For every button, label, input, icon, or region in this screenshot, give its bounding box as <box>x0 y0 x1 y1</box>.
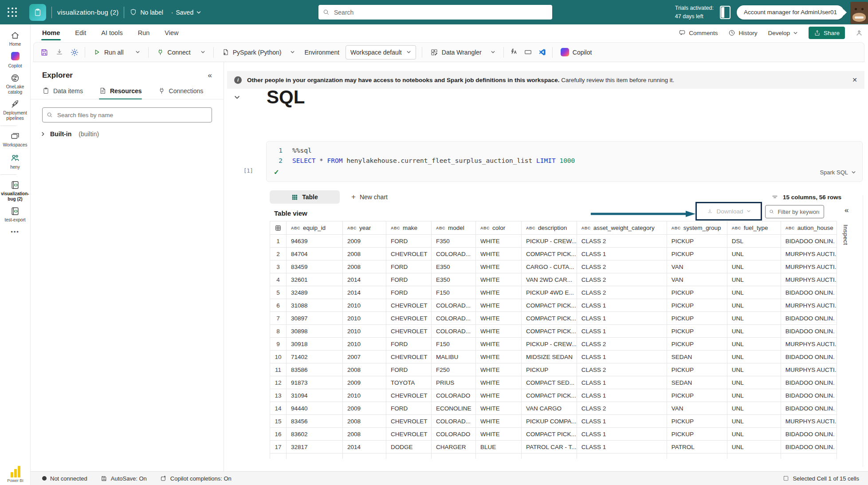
rail-item-onelake-catalog[interactable]: OneLake catalog <box>0 73 30 95</box>
data-cell[interactable]: PICKUP <box>667 415 727 428</box>
stage-view-icon[interactable] <box>720 6 731 19</box>
data-cell[interactable]: UNL <box>727 389 781 402</box>
data-cell[interactable]: CLASS 1 <box>577 415 667 428</box>
rail-item-test-export[interactable]: test-export <box>0 206 30 223</box>
save-icon[interactable] <box>40 48 49 57</box>
column-header-color[interactable]: ABCcolor <box>476 221 522 235</box>
data-cell[interactable]: BIDADOO ONLIN. <box>781 312 837 325</box>
autosave-toggle[interactable]: AutoSave: On <box>101 475 147 482</box>
data-cell[interactable]: VAN CARGO <box>522 402 577 415</box>
data-cell[interactable]: COMPACT PICK... <box>522 299 577 312</box>
data-cell[interactable]: PICKUP <box>667 428 727 441</box>
data-cell[interactable]: 2010 <box>343 312 386 325</box>
data-cell[interactable]: BIDADOO ONLIN. <box>781 351 837 363</box>
explorer-tab-data-items[interactable]: Data items <box>42 87 83 99</box>
data-cell[interactable]: COLORADO <box>432 389 476 402</box>
data-cell[interactable]: WHITE <box>476 260 522 273</box>
markdown-heading[interactable]: SQL <box>267 87 305 108</box>
data-cell[interactable]: 2008 <box>343 260 386 273</box>
data-cell[interactable]: PICKUP COMPA... <box>522 415 577 428</box>
row-number-cell[interactable]: 13 <box>270 389 287 402</box>
save-status[interactable]: · Saved <box>171 9 201 16</box>
data-cell[interactable]: PICKUP <box>667 286 727 299</box>
data-cell[interactable]: COMPACT PICK... <box>522 248 577 260</box>
row-number-cell[interactable]: 7 <box>270 312 287 325</box>
data-cell[interactable]: 83456 <box>287 415 343 428</box>
column-header-model[interactable]: ABCmodel <box>432 221 476 235</box>
vscode-icon[interactable] <box>538 48 546 56</box>
explorer-search-input[interactable] <box>56 111 208 119</box>
data-cell[interactable]: CLASS 1 <box>577 325 667 338</box>
data-cell[interactable]: CLASS 2 <box>577 402 667 415</box>
settings-gear-icon[interactable] <box>70 48 79 57</box>
data-cell[interactable]: 94440 <box>287 402 343 415</box>
data-cell[interactable]: WHITE <box>476 286 522 299</box>
data-cell[interactable]: CHEVROLET <box>386 415 432 428</box>
search-input[interactable] <box>333 8 548 16</box>
row-number-cell[interactable]: 2 <box>270 248 287 260</box>
rail-item-workspaces[interactable]: Workspaces <box>0 131 30 148</box>
data-cell[interactable]: PICKUP 4WD E... <box>522 286 577 299</box>
data-cell[interactable]: CLASS 1 <box>577 248 667 260</box>
data-cell[interactable]: 83602 <box>287 428 343 441</box>
data-cell[interactable]: COMPACT PICK... <box>522 325 577 338</box>
data-cell[interactable]: 31094 <box>287 389 343 402</box>
data-cell[interactable]: COMPACT PICK... <box>522 312 577 325</box>
data-cell[interactable]: COLORAD... <box>432 415 476 428</box>
data-cell[interactable]: CHEVROLET <box>386 248 432 260</box>
data-cell[interactable]: PICKUP <box>667 235 727 248</box>
row-number-cell[interactable]: 14 <box>270 402 287 415</box>
data-cell[interactable]: 2009 <box>343 235 386 248</box>
download-button[interactable]: Download <box>707 208 750 215</box>
collapse-panel-icon[interactable]: « <box>208 71 212 80</box>
data-cell[interactable]: BIDADOO ONLIN. <box>781 428 837 441</box>
data-cell[interactable]: SEDAN <box>667 376 727 389</box>
data-wrangler-button[interactable]: Data Wrangler <box>430 48 495 56</box>
data-cell[interactable]: CHEVROLET <box>386 312 432 325</box>
data-cell[interactable]: UNL <box>727 286 781 299</box>
data-cell[interactable]: WHITE <box>476 338 522 351</box>
data-cell[interactable]: PICKUP - CREW... <box>522 235 577 248</box>
data-cell[interactable]: CLASS 1 <box>577 441 667 453</box>
data-cell[interactable]: 2009 <box>343 376 386 389</box>
data-cell[interactable]: UNL <box>727 325 781 338</box>
data-cell[interactable]: 83459 <box>287 260 343 273</box>
code-editor[interactable]: 1%%sql2SELECT * FROM henylakehouse.curre… <box>267 145 862 166</box>
data-cell[interactable]: BIDADOO ONLIN. <box>781 376 837 389</box>
data-cell[interactable]: CHEVROLET <box>386 428 432 441</box>
data-cell[interactable]: E350 <box>432 260 476 273</box>
cell-language-selector[interactable]: Spark SQL <box>820 169 856 176</box>
history-button[interactable]: History <box>728 29 757 36</box>
data-cell[interactable]: PRIUS <box>432 376 476 389</box>
menu-tab-view[interactable]: View <box>165 24 178 41</box>
data-cell[interactable]: CLASS 2 <box>577 286 667 299</box>
column-header-equip-id[interactable]: ABCequip_id <box>287 221 343 235</box>
data-cell[interactable]: BIDADOO ONLIN. <box>781 389 837 402</box>
data-cell[interactable]: BIDADOO ONLIN. <box>781 441 837 453</box>
row-number-cell[interactable]: 11 <box>270 363 287 376</box>
copilot-button[interactable]: Copilot <box>561 48 592 56</box>
data-cell[interactable]: SEDAN <box>667 351 727 363</box>
data-cell[interactable]: MURPHYS AUCTI. <box>781 299 837 312</box>
data-cell[interactable]: COLORAD... <box>432 325 476 338</box>
data-cell[interactable]: 32817 <box>287 441 343 453</box>
data-cell[interactable]: MURPHYS AUCTI. <box>781 273 837 286</box>
data-cell[interactable]: UNL <box>727 376 781 389</box>
menu-tab-run[interactable]: Run <box>138 24 150 41</box>
rail-item-copilot[interactable]: Copilot <box>0 52 30 69</box>
data-cell[interactable]: CLASS 2 <box>577 338 667 351</box>
data-cell[interactable]: 2014 <box>343 441 386 453</box>
data-cell[interactable]: WHITE <box>476 325 522 338</box>
column-header-description[interactable]: ABCdescription <box>522 221 577 235</box>
language-selector[interactable]: PySpark (Python) <box>222 48 295 56</box>
data-cell[interactable]: PICKUP <box>667 299 727 312</box>
data-cell[interactable]: 2008 <box>343 415 386 428</box>
explorer-tab-resources[interactable]: Resources <box>99 87 142 99</box>
data-cell[interactable]: PICKUP <box>667 338 727 351</box>
data-cell[interactable]: FORD <box>386 286 432 299</box>
data-cell[interactable]: 31088 <box>287 299 343 312</box>
data-cell[interactable]: PATROL CAR - T... <box>522 441 577 453</box>
data-cell[interactable]: CLASS 1 <box>577 376 667 389</box>
column-header-make[interactable]: ABCmake <box>386 221 432 235</box>
data-cell[interactable]: VAN <box>667 402 727 415</box>
